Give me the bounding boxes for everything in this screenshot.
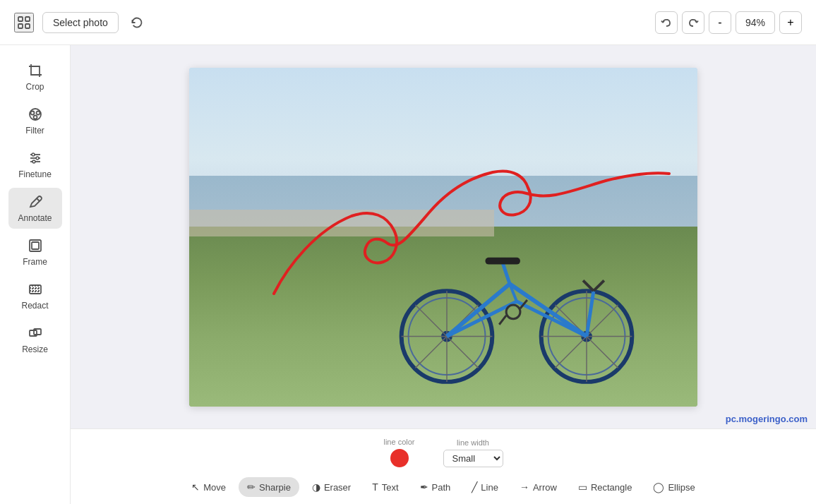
ellipse-label: Ellipse — [668, 482, 695, 493]
svg-point-5 — [30, 112, 34, 115]
arrow-icon: → — [520, 481, 529, 493]
svg-point-11 — [32, 153, 35, 156]
move-label: Move — [203, 482, 226, 493]
rectangle-label: Rectangle — [591, 482, 632, 493]
zoom-in-button[interactable]: + — [779, 11, 802, 34]
sharpie-icon: ✏ — [247, 481, 256, 493]
line-color-control: line color — [383, 438, 414, 467]
undo-button[interactable] — [655, 11, 678, 34]
svg-line-35 — [416, 305, 448, 337]
annotate-icon — [27, 193, 44, 210]
svg-line-37 — [416, 336, 448, 368]
tool-ellipse[interactable]: ◯ Ellipse — [644, 477, 703, 497]
crop-icon — [27, 62, 44, 79]
tool-rectangle[interactable]: ▭ Rectangle — [570, 477, 641, 497]
bottom-toolbar: line color line width Small Medium Large… — [71, 428, 816, 504]
tool-text[interactable]: T Text — [364, 477, 407, 497]
path-icon: ✒ — [420, 481, 428, 493]
path-label: Path — [432, 482, 451, 493]
arrow-label: Arrow — [533, 482, 557, 493]
bike-illustration — [377, 220, 656, 390]
svg-point-57 — [507, 305, 521, 319]
history-icon[interactable] — [127, 13, 147, 32]
sidebar-item-resize[interactable]: Resize — [8, 319, 62, 360]
svg-line-55 — [594, 280, 604, 291]
ellipse-icon: ◯ — [653, 481, 664, 493]
sidebar-item-crop[interactable]: Crop — [8, 56, 62, 97]
redact-label: Redact — [21, 301, 48, 311]
tools-row: ↖ Move ✏ Sharpie ◑ Eraser T Text ✒ Pat — [71, 473, 816, 504]
filter-label: Filter — [25, 126, 44, 136]
svg-rect-1 — [25, 17, 30, 21]
line-width-select[interactable]: Small Medium Large — [443, 450, 503, 467]
tool-sharpie[interactable]: ✏ Sharpie — [239, 477, 299, 497]
tool-path[interactable]: ✒ Path — [412, 477, 460, 497]
resize-icon — [27, 325, 44, 342]
line-width-label: line width — [457, 438, 489, 447]
line-icon: ╱ — [472, 481, 477, 493]
svg-rect-2 — [18, 24, 23, 28]
crop-label: Crop — [25, 82, 44, 92]
color-width-row: line color line width Small Medium Large — [71, 435, 816, 473]
svg-point-13 — [32, 160, 35, 163]
line-color-label: line color — [383, 438, 414, 446]
sidebar-item-frame[interactable]: Frame — [8, 232, 62, 272]
photo-background — [189, 68, 697, 407]
top-bar-right: - 94% + — [655, 11, 802, 34]
sidebar-item-finetune[interactable]: Finetune — [8, 144, 62, 185]
rectangle-icon: ▭ — [578, 481, 587, 493]
annotate-label: Annotate — [18, 213, 52, 223]
svg-point-12 — [36, 157, 39, 160]
sidebar-item-annotate[interactable]: Annotate — [8, 188, 62, 229]
filter-icon — [27, 106, 44, 123]
finetune-label: Finetune — [18, 169, 52, 179]
line-label: Line — [481, 482, 498, 493]
expand-button[interactable] — [14, 13, 34, 32]
zoom-value: 94% — [736, 11, 775, 34]
svg-line-46 — [587, 336, 618, 368]
svg-point-7 — [33, 116, 37, 119]
tool-move[interactable]: ↖ Move — [183, 477, 234, 497]
tool-arrow[interactable]: → Arrow — [511, 477, 565, 497]
text-icon: T — [372, 481, 378, 493]
svg-rect-53 — [486, 257, 521, 264]
main-content: Crop Filter — [0, 45, 816, 504]
eraser-icon: ◑ — [312, 481, 320, 493]
sidebar: Crop Filter — [0, 45, 71, 504]
frame-icon — [27, 237, 44, 254]
finetune-icon — [27, 150, 44, 167]
line-width-control: line width Small Medium Large — [443, 438, 503, 467]
watermark: pc.mogeringo.com — [726, 414, 808, 424]
image-container — [189, 68, 697, 407]
svg-rect-16 — [32, 242, 39, 249]
sidebar-item-redact[interactable]: Redact — [8, 275, 62, 316]
svg-line-58 — [500, 315, 507, 324]
tool-eraser[interactable]: ◑ Eraser — [304, 477, 359, 497]
frame-label: Frame — [23, 257, 47, 267]
select-photo-button[interactable]: Select photo — [42, 12, 119, 33]
text-label: Text — [382, 482, 399, 493]
svg-point-6 — [36, 112, 40, 115]
svg-line-14 — [37, 198, 40, 201]
svg-rect-0 — [18, 17, 23, 21]
resize-label: Resize — [22, 344, 48, 354]
svg-line-52 — [503, 263, 510, 284]
zoom-out-button[interactable]: - — [709, 11, 731, 34]
line-color-picker[interactable] — [390, 449, 409, 467]
top-bar-left: Select photo — [14, 12, 147, 33]
redo-button[interactable] — [682, 11, 704, 34]
redact-icon — [27, 281, 44, 298]
svg-line-38 — [447, 336, 479, 368]
svg-line-45 — [556, 336, 587, 368]
eraser-label: Eraser — [324, 482, 351, 493]
canvas-area[interactable]: pc.mogeringo.com — [71, 45, 816, 428]
tool-line[interactable]: ╱ Line — [463, 477, 507, 497]
sharpie-label: Sharpie — [259, 482, 291, 493]
svg-rect-3 — [25, 24, 30, 28]
sidebar-item-filter[interactable]: Filter — [8, 100, 62, 141]
move-icon: ↖ — [191, 481, 200, 493]
top-bar: Select photo - 94% + — [0, 0, 816, 45]
